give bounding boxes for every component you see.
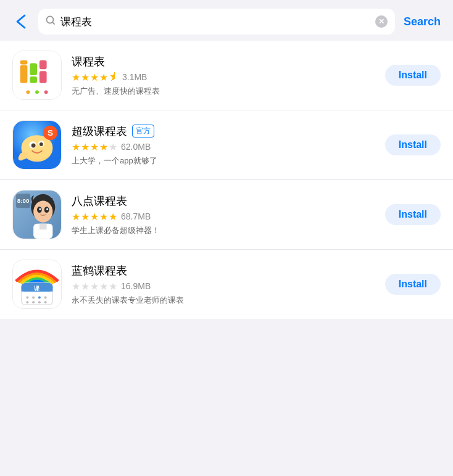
stars-super: ★ ★ ★ ★ ★ (72, 141, 117, 153)
svg-point-45 (44, 301, 47, 303)
star-5: ★ (109, 141, 117, 153)
back-button[interactable] (10, 10, 32, 33)
svg-text:课: 课 (34, 285, 40, 292)
app-info-kechengbiao: 课程表 ★ ★ ★ ★ ⯨ 3.1MB 无广告、速度快的课程表 (72, 54, 375, 97)
svg-rect-2 (20, 65, 28, 83)
search-input-value[interactable]: 课程表 (60, 15, 370, 29)
star-1: ★ (72, 141, 80, 153)
app-title-row: 课程表 (72, 54, 375, 69)
star-2: ★ (81, 72, 89, 83)
svg-point-44 (38, 301, 41, 303)
svg-point-9 (35, 90, 39, 94)
star-4: ★ (99, 72, 108, 83)
app-name-super: 超级课程表 (72, 124, 127, 139)
app-icon-super[interactable]: S (12, 120, 62, 170)
svg-point-10 (44, 90, 48, 94)
svg-point-26 (33, 201, 52, 223)
svg-rect-3 (20, 60, 28, 65)
stars-badlan: ★ ★ ★ ★ ★ (72, 211, 117, 223)
star-2: ★ (81, 141, 89, 153)
star-1: ★ (72, 72, 80, 83)
search-bar[interactable]: 课程表 ✕ (38, 9, 395, 35)
svg-rect-6 (39, 60, 47, 70)
rating-row-lanhe: ★ ★ ★ ★ ★ 16.9MB (72, 281, 375, 292)
app-desc-super: 上大学，一个app就够了 (72, 155, 375, 166)
star-2: ★ (81, 211, 89, 223)
app-desc-lanhe: 永不丢失的课表专业老师的课表 (72, 295, 375, 306)
app-list: 课程表 ★ ★ ★ ★ ⯨ 3.1MB 无广告、速度快的课程表 Install (0, 41, 453, 319)
rating-row-super: ★ ★ ★ ★ ★ 62.0MB (72, 141, 375, 153)
rating-row: ★ ★ ★ ★ ⯨ 3.1MB (72, 72, 375, 83)
file-size-badlan: 68.7MB (121, 211, 151, 221)
install-button-kechengbiao[interactable]: Install (385, 65, 441, 86)
svg-point-39 (32, 297, 35, 299)
svg-rect-7 (39, 71, 47, 83)
svg-rect-4 (30, 64, 37, 76)
search-button[interactable]: Search (401, 13, 443, 31)
svg-point-40 (38, 297, 41, 299)
install-button-badlan[interactable]: Install (385, 204, 441, 225)
svg-point-8 (26, 90, 30, 94)
install-button-lanhe[interactable]: Install (385, 274, 441, 295)
svg-point-42 (26, 301, 28, 303)
search-icon (46, 15, 56, 28)
svg-point-41 (44, 297, 47, 299)
star-3: ★ (90, 211, 99, 223)
star-1: ★ (72, 211, 80, 223)
header: 课程表 ✕ Search (0, 0, 453, 41)
app-item-badlan: 8:00 八点课程表 (0, 180, 453, 250)
svg-rect-5 (30, 76, 37, 83)
app-title-row-super: 超级课程表 官方 (72, 124, 375, 139)
app-name: 课程表 (72, 54, 105, 69)
app-item-super: S 超级课程表 官方 ★ ★ ★ ★ ★ 62.0MB 上大学，一个app就够了… (0, 110, 453, 180)
app-name-lanhe: 蓝鹤课程表 (72, 263, 127, 278)
app-icon-lanhe[interactable]: 课 (12, 260, 62, 309)
app-icon-kechengbiao[interactable] (12, 51, 62, 100)
file-size-lanhe: 16.9MB (121, 281, 151, 291)
star-3: ★ (90, 141, 99, 153)
star-3: ★ (90, 72, 99, 83)
install-button-super[interactable]: Install (385, 134, 441, 155)
svg-point-38 (26, 297, 28, 299)
star-4: ★ (99, 141, 108, 153)
svg-point-17 (39, 142, 43, 146)
clear-button[interactable]: ✕ (375, 15, 388, 28)
stars: ★ ★ ★ ★ ⯨ (72, 72, 118, 83)
app-desc: 无广告、速度快的课程表 (72, 86, 375, 97)
svg-point-30 (46, 208, 48, 210)
svg-rect-32 (39, 224, 47, 230)
stars-lanhe: ★ ★ ★ ★ ★ (72, 281, 117, 292)
rating-row-badlan: ★ ★ ★ ★ ★ 68.7MB (72, 211, 375, 223)
svg-point-19 (19, 156, 23, 161)
app-name-badlan: 八点课程表 (72, 194, 127, 208)
app-desc-badlan: 学生上课必备超级神器！ (72, 225, 375, 236)
svg-text:S: S (48, 128, 53, 137)
app-info-lanhe: 蓝鹤课程表 ★ ★ ★ ★ ★ 16.9MB 永不丢失的课表专业老师的课表 (72, 263, 375, 306)
star-5: ★ (109, 281, 117, 292)
svg-point-16 (31, 144, 36, 148)
star-4: ★ (99, 281, 108, 292)
app-item-kechengbiao: 课程表 ★ ★ ★ ★ ⯨ 3.1MB 无广告、速度快的课程表 Install (0, 41, 453, 110)
app-title-row-badlan: 八点课程表 (72, 194, 375, 208)
star-5: ★ (109, 211, 117, 223)
star-5: ⯨ (109, 72, 118, 83)
svg-text:8:00: 8:00 (17, 197, 30, 204)
star-4: ★ (99, 211, 108, 223)
svg-point-29 (39, 208, 41, 210)
file-size-super: 62.0MB (121, 142, 151, 152)
app-info-super: 超级课程表 官方 ★ ★ ★ ★ ★ 62.0MB 上大学，一个app就够了 (72, 124, 375, 166)
star-3: ★ (90, 281, 99, 292)
app-item-lanhe: 课 蓝鹤课程表 ★ ★ ★ ★ (0, 250, 453, 319)
file-size: 3.1MB (122, 72, 147, 82)
star-1: ★ (72, 281, 80, 292)
app-info-badlan: 八点课程表 ★ ★ ★ ★ ★ 68.7MB 学生上课必备超级神器！ (72, 194, 375, 236)
official-badge: 官方 (132, 125, 154, 137)
app-icon-badlan[interactable]: 8:00 (12, 190, 62, 239)
star-2: ★ (81, 281, 89, 292)
app-title-row-lanhe: 蓝鹤课程表 (72, 263, 375, 278)
svg-point-43 (32, 301, 35, 303)
